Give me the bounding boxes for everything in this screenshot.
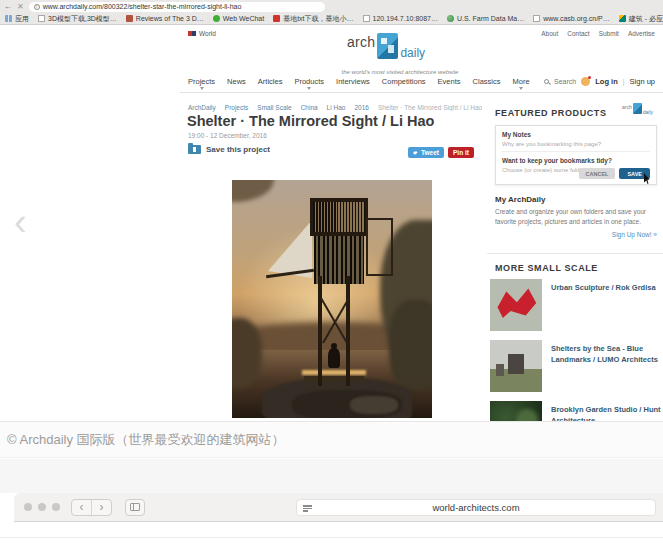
safari-url-text: world-architects.com xyxy=(432,502,519,513)
link-contact[interactable]: Contact xyxy=(567,30,589,37)
back-icon[interactable]: ‹ xyxy=(72,500,91,515)
bookmark-label: 3D模型下载,3D模型… xyxy=(48,14,117,24)
project-title[interactable]: Urban Sculpture / Rok Grdisa xyxy=(551,279,656,331)
search-label[interactable]: Search xyxy=(554,78,576,85)
site-red-icon xyxy=(273,15,280,22)
project-thumbnail[interactable] xyxy=(490,340,542,392)
archdaily-cube-icon xyxy=(377,33,398,59)
photo-shelter-leg xyxy=(346,276,350,386)
nav-interviews[interactable]: Interviews xyxy=(336,77,370,90)
sign-up-now-link[interactable]: Sign Up Now! » xyxy=(495,231,657,238)
bookmark-bing[interactable]: 建筑 - 必应 Images xyxy=(619,14,663,24)
crumb-2016[interactable]: 2016 xyxy=(354,104,368,111)
bookmark-wechat[interactable]: Web WeChat xyxy=(213,15,264,22)
chevron-down-icon xyxy=(200,87,204,90)
crumb-projects[interactable]: Projects xyxy=(225,104,248,111)
bookmark-item[interactable]: 3D模型下载,3D模型… xyxy=(38,14,117,24)
link-submit[interactable]: Submit xyxy=(599,30,619,37)
divider xyxy=(0,537,663,538)
globe-icon xyxy=(447,15,454,22)
project-title[interactable]: Brooklyn Garden Studio / Hunt Architectu… xyxy=(551,401,663,421)
bookmark-item[interactable]: Reviews of The 3 D… xyxy=(126,15,204,22)
nav-projects[interactable]: Projects xyxy=(188,77,215,90)
nav-events[interactable]: Events xyxy=(438,77,461,90)
nav-divider xyxy=(180,92,663,93)
safari-address-field[interactable]: world-architects.com xyxy=(296,499,656,516)
sidebar-divider xyxy=(487,253,663,254)
project-thumbnail[interactable] xyxy=(490,401,542,421)
cancel-button[interactable]: CANCEL xyxy=(579,168,616,179)
popup-save-button[interactable]: SAVE xyxy=(619,168,650,179)
forward-icon[interactable]: › xyxy=(92,500,111,515)
notes-input[interactable]: Why are you bookmarking this page? xyxy=(502,141,650,152)
archdaily-logo[interactable]: arch daily xyxy=(347,33,425,59)
back-icon[interactable]: ← xyxy=(4,3,12,11)
photo-platform xyxy=(304,376,364,382)
close-icon[interactable] xyxy=(24,503,32,511)
crumb-china[interactable]: China xyxy=(301,104,318,111)
stop-icon[interactable]: ✕ xyxy=(17,3,24,11)
nav-competitions[interactable]: Competitions xyxy=(382,77,426,90)
list-item[interactable]: Shelters by the Sea - Blue Landmarks / L… xyxy=(490,340,663,392)
browser-chrome: ← ✕ i www.archdaily.com/800322/shelter-s… xyxy=(0,0,663,25)
minimize-icon[interactable] xyxy=(38,503,46,511)
page-icon xyxy=(533,15,540,22)
page-title: Shelter · The Mirrored Sight / Li Hao xyxy=(187,113,434,129)
bookmark-item[interactable]: 基地txt下载，基地小… xyxy=(273,14,353,24)
nav-products[interactable]: Products xyxy=(294,77,324,90)
sidebar-toggle-button[interactable] xyxy=(125,499,145,516)
login-link[interactable]: Log in xyxy=(595,77,618,86)
pinit-label: Pin it xyxy=(453,149,469,156)
pinit-button[interactable]: Pin it xyxy=(448,147,474,158)
project-title[interactable]: Shelters by the Sea - Blue Landmarks / L… xyxy=(551,340,663,392)
nav-classics[interactable]: Classics xyxy=(473,77,501,90)
nav-news[interactable]: News xyxy=(227,77,246,90)
spacer xyxy=(0,459,663,493)
tweet-label: Tweet xyxy=(421,149,439,156)
list-item[interactable]: Urban Sculpture / Rok Grdisa xyxy=(490,279,663,331)
nav-label: More xyxy=(512,77,529,86)
related-projects-list: Urban Sculpture / Rok Grdisa Shelters by… xyxy=(490,279,663,421)
carousel-prev-icon[interactable]: ‹ xyxy=(14,203,27,241)
article-hero-image[interactable] xyxy=(232,180,432,418)
traffic-lights xyxy=(24,503,60,511)
avatar-icon[interactable] xyxy=(581,77,590,86)
reader-icon[interactable] xyxy=(303,505,312,512)
mini-cube-icon xyxy=(633,103,642,114)
link-about[interactable]: About xyxy=(541,30,558,37)
chevron-down-icon xyxy=(519,87,523,90)
crumb-li-hao[interactable]: Li Hao xyxy=(327,104,346,111)
nav-more[interactable]: More xyxy=(512,77,529,90)
bookmark-popup: My Notes Why are you bookmarking this pa… xyxy=(495,125,657,185)
bookmarks-bar: 应用 3D模型下载,3D模型… Reviews of The 3 D… Web … xyxy=(0,13,663,24)
popup-buttons: CANCEL SAVE xyxy=(579,168,651,179)
nav-articles[interactable]: Articles xyxy=(258,77,283,90)
tweet-button[interactable]: Tweet xyxy=(408,147,444,158)
crumb-archdaily[interactable]: ArchDaily xyxy=(188,104,216,111)
bookmark-item[interactable]: 120.194.7.10:8087… xyxy=(363,15,438,22)
list-item[interactable]: Brooklyn Garden Studio / Hunt Architectu… xyxy=(490,401,663,421)
crumb-small-scale[interactable]: Small Scale xyxy=(257,104,291,111)
page-info-icon[interactable]: i xyxy=(34,4,40,10)
link-advertise[interactable]: Advertise xyxy=(628,30,655,37)
bookmark-label: www.casb.org.cn/P… xyxy=(543,15,610,22)
signup-link[interactable]: Sign up xyxy=(630,77,655,86)
search-icon[interactable] xyxy=(544,79,549,84)
region-selector[interactable]: World xyxy=(188,30,216,37)
site-tagline: the world's most visited architecture we… xyxy=(315,69,485,75)
photo-rocks xyxy=(350,396,398,414)
nav-label: Projects xyxy=(188,77,215,86)
bookmark-apps[interactable]: 应用 xyxy=(5,14,29,24)
bookmark-label: Web WeChat xyxy=(223,15,264,22)
account-row: Search Log in | Sign up xyxy=(544,77,655,86)
nav-label: Articles xyxy=(258,77,283,86)
tidy-label: Want to keep your bookmarks tidy? xyxy=(502,157,650,164)
safari-window: ‹ › world-architects.com xyxy=(14,493,663,554)
save-project-button[interactable]: Save this project xyxy=(188,145,270,154)
bookmark-item[interactable]: U.S. Farm Data Ma… xyxy=(447,15,524,22)
zoom-icon[interactable] xyxy=(52,503,60,511)
nav-label: Products xyxy=(294,77,324,86)
url-field[interactable]: i www.archdaily.com/800322/shelter-star-… xyxy=(29,2,325,12)
project-thumbnail[interactable] xyxy=(490,279,542,331)
bookmark-item[interactable]: www.casb.org.cn/P… xyxy=(533,15,610,22)
